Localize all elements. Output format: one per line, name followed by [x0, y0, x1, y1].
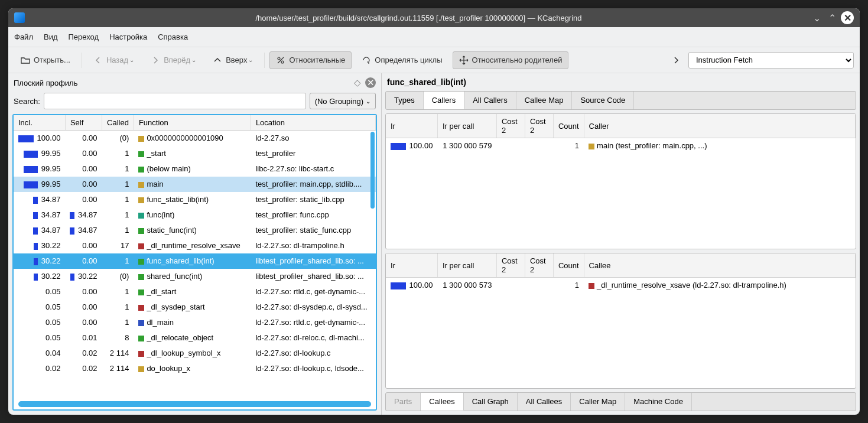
- col-self[interactable]: Self: [65, 115, 102, 131]
- relative-button[interactable]: Относительные: [269, 51, 352, 69]
- back-icon: [93, 56, 103, 65]
- table-row[interactable]: 99.95 0.001(below main)libc-2.27.so: lib…: [14, 161, 376, 177]
- relative-label: Относительные: [289, 56, 345, 64]
- col-function[interactable]: Function: [134, 115, 251, 131]
- tab-callee-map[interactable]: Callee Map: [516, 92, 573, 109]
- tool-bar: Открыть... Назад ⌄ Вперёд ⌄ Вверх ⌄ Отно…: [8, 47, 860, 73]
- col-location[interactable]: Location: [251, 115, 375, 131]
- tab-call-graph[interactable]: Call Graph: [464, 393, 518, 411]
- col-cost2b[interactable]: Cost 2: [525, 114, 553, 138]
- table-row[interactable]: 0.05 0.001_dl_startld-2.27.so: rtld.c, g…: [14, 284, 376, 300]
- table-row[interactable]: 30.22 30.22(0)shared_func(int)libtest_pr…: [14, 269, 376, 284]
- grouping-select[interactable]: (No Grouping) ⌄: [310, 93, 376, 109]
- table-row[interactable]: 99.95 0.001maintest_profiler: main.cpp, …: [14, 177, 376, 192]
- col-count[interactable]: Count: [553, 253, 584, 278]
- table-row[interactable]: 0.05 0.018_dl_relocate_objectld-2.27.so:…: [14, 330, 376, 346]
- app-icon: [14, 12, 25, 23]
- callers-table[interactable]: Ir Ir per call Cost 2 Cost 2 Count Calle…: [386, 114, 856, 154]
- window-title: /home/user/test_profiler/build/src/callg…: [30, 14, 808, 22]
- table-row[interactable]: 34.87 34.871func(int)test_profiler: func…: [14, 207, 376, 223]
- menu-view[interactable]: Вид: [44, 32, 58, 41]
- table-row[interactable]: 0.05 0.001dl_mainld-2.27.so: rtld.c, get…: [14, 315, 376, 330]
- event-type-select[interactable]: Instruction Fetch: [688, 52, 854, 69]
- tab-types[interactable]: Types: [386, 92, 424, 109]
- back-button[interactable]: Назад ⌄: [87, 51, 141, 69]
- folder-icon: [21, 56, 30, 65]
- tab-callees[interactable]: Callees: [421, 393, 463, 411]
- tab-machine-code[interactable]: Machine Code: [625, 393, 692, 411]
- up-icon: [213, 56, 222, 65]
- col-count[interactable]: Count: [553, 114, 584, 138]
- percent-icon: [276, 56, 285, 65]
- chevron-down-icon: ⌄: [191, 57, 196, 63]
- tab-callers[interactable]: Callers: [424, 92, 464, 109]
- tab-parts[interactable]: Parts: [386, 393, 421, 411]
- callees-table[interactable]: Ir Ir per call Cost 2 Cost 2 Count Calle…: [386, 253, 856, 293]
- tab-all-callers[interactable]: All Callers: [464, 92, 516, 109]
- chevron-down-icon: ⌄: [248, 57, 253, 63]
- menu-file[interactable]: Файл: [14, 32, 33, 41]
- tab-all-callees[interactable]: All Callees: [518, 393, 571, 411]
- table-row[interactable]: 30.22 0.0017_dl_runtime_resolve_xsaveld-…: [14, 238, 376, 253]
- col-cost2a[interactable]: Cost 2: [496, 253, 525, 278]
- col-ir[interactable]: Ir: [386, 114, 437, 138]
- col-caller[interactable]: Caller: [584, 114, 855, 138]
- forward-button[interactable]: Вперёд ⌄: [144, 51, 203, 69]
- move-icon: [459, 56, 469, 65]
- top-tabs: Types Callers All Callers Callee Map Sou…: [385, 91, 856, 110]
- bottom-tabs: Parts Callees Call Graph All Callees Cal…: [385, 392, 856, 411]
- col-cost2b[interactable]: Cost 2: [525, 253, 553, 278]
- chevron-down-icon: ⌄: [366, 98, 370, 105]
- table-row[interactable]: 100.001 300 000 5731_dl_runtime_resolve_…: [386, 278, 856, 293]
- horizontal-scrollbar[interactable]: [18, 401, 371, 407]
- col-callee[interactable]: Callee: [584, 253, 855, 278]
- up-label: Вверх: [226, 56, 247, 64]
- col-cost2a[interactable]: Cost 2: [496, 114, 525, 138]
- selected-function-title: func_shared_lib(int): [383, 75, 858, 89]
- table-row[interactable]: 0.02 0.022 114do_lookup_xld-2.27.so: dl-…: [14, 361, 376, 376]
- table-row[interactable]: 34.87 34.871static_func(int)test_profile…: [14, 223, 376, 238]
- flat-profile-table[interactable]: Incl. Self Called Function Location 100.…: [14, 115, 376, 376]
- pane-close-button[interactable]: ✕: [365, 77, 376, 88]
- nav-forward-button[interactable]: [667, 51, 685, 69]
- table-row[interactable]: 99.95 0.001_starttest_profiler: [14, 146, 376, 161]
- up-button[interactable]: Вверх ⌄: [206, 51, 259, 69]
- table-row[interactable]: 30.22 0.001func_shared_lib(int)libtest_p…: [14, 253, 376, 269]
- open-label: Открыть...: [34, 56, 70, 64]
- search-input[interactable]: [44, 93, 306, 109]
- menu-help[interactable]: Справка: [158, 32, 188, 41]
- chevron-right-icon: [671, 56, 681, 65]
- minimize-button[interactable]: ⌄: [810, 11, 823, 24]
- table-row[interactable]: 0.05 0.001_dl_sysdep_startld-2.27.so: dl…: [14, 300, 376, 315]
- table-row[interactable]: 100.00 0.00(0)0x0000000000001090ld-2.27.…: [14, 131, 376, 146]
- tab-caller-map[interactable]: Caller Map: [571, 393, 625, 411]
- forward-icon: [151, 56, 160, 65]
- col-ir-per-call[interactable]: Ir per call: [437, 114, 496, 138]
- cycles-button[interactable]: Определять циклы: [355, 51, 448, 69]
- col-called[interactable]: Called: [102, 115, 134, 131]
- scrollbar-thumb[interactable]: [370, 132, 375, 209]
- table-row[interactable]: 0.04 0.022 114_dl_lookup_symbol_xld-2.27…: [14, 346, 376, 361]
- tab-source-code[interactable]: Source Code: [572, 92, 634, 109]
- title-bar: /home/user/test_profiler/build/src/callg…: [8, 8, 860, 27]
- relative-parents-button[interactable]: Относительно родителей: [453, 51, 569, 69]
- back-label: Назад: [106, 56, 128, 64]
- table-row[interactable]: 34.87 0.001func_static_lib(int)test_prof…: [14, 192, 376, 207]
- pane-detach-button[interactable]: ◇: [352, 77, 363, 88]
- chevron-down-icon: ⌄: [129, 57, 134, 63]
- cycles-label: Определять циклы: [375, 56, 442, 64]
- close-button[interactable]: ✕: [841, 11, 854, 24]
- col-incl[interactable]: Incl.: [14, 115, 65, 131]
- table-row[interactable]: 100.001 300 000 5791main (test_profiler:…: [386, 138, 856, 154]
- menu-settings[interactable]: Настройка: [109, 32, 147, 41]
- menu-bar: Файл Вид Переход Настройка Справка: [8, 27, 860, 47]
- col-ir-per-call[interactable]: Ir per call: [437, 253, 496, 278]
- cycle-icon: [362, 56, 371, 65]
- col-ir[interactable]: Ir: [386, 253, 437, 278]
- open-button[interactable]: Открыть...: [14, 51, 77, 69]
- flat-profile-title: Плоский профиль: [14, 79, 350, 87]
- menu-go[interactable]: Переход: [69, 32, 99, 41]
- forward-label: Вперёд: [164, 56, 190, 64]
- relative-parents-label: Относительно родителей: [472, 56, 563, 64]
- maximize-button[interactable]: ⌃: [825, 11, 838, 24]
